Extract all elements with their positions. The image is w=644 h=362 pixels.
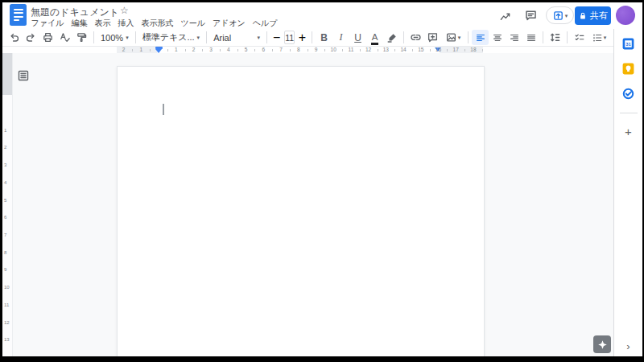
- ruler-number: 17: [453, 47, 459, 53]
- explore-button[interactable]: [593, 335, 611, 353]
- ruler-tick: [447, 49, 448, 51]
- ruler-number: 5: [245, 47, 248, 53]
- show-outline-button[interactable]: [16, 68, 31, 83]
- toolbar-divider: [312, 31, 312, 43]
- paragraph-style-select[interactable]: 標準テキス...▾: [139, 30, 203, 45]
- menu-item[interactable]: 表示形式: [138, 17, 176, 30]
- ruler-tick: [167, 49, 168, 51]
- add-comment-button[interactable]: [424, 30, 441, 45]
- ruler-number: 16: [436, 47, 441, 53]
- insert-link-button[interactable]: [407, 30, 424, 45]
- ruler-tick: [412, 49, 413, 51]
- ruler-number: 5: [4, 198, 6, 203]
- zoom-select[interactable]: 100%▾: [97, 30, 132, 45]
- vertical-ruler-margin: [2, 53, 12, 95]
- ruler-number: 13: [4, 337, 10, 342]
- line-spacing-button[interactable]: [547, 30, 564, 45]
- ruler-tick: [324, 49, 325, 51]
- bulleted-list-button[interactable]: ▾: [588, 30, 610, 45]
- menu-item[interactable]: ファイル: [28, 17, 67, 30]
- chevron-down-icon: ▾: [604, 35, 607, 40]
- text-cursor: [163, 104, 164, 115]
- ruler-tick: [360, 49, 361, 51]
- highlight-color-button[interactable]: [383, 30, 400, 45]
- present-caret-icon: ▾: [565, 13, 568, 19]
- side-panel: 31 + ›: [613, 29, 642, 356]
- ruler-number: 13: [383, 47, 389, 53]
- ruler-margin-zone: [440, 47, 483, 53]
- svg-text:31: 31: [625, 42, 631, 47]
- redo-button[interactable]: [23, 30, 39, 45]
- print-button[interactable]: [39, 30, 56, 45]
- ruler-number: 9: [4, 267, 6, 272]
- ruler-number: 1: [4, 128, 6, 133]
- menu-item[interactable]: 編集: [68, 17, 90, 30]
- ruler-number: 1: [175, 47, 178, 53]
- menu-item[interactable]: 挿入: [115, 17, 137, 30]
- get-addons-button[interactable]: +: [625, 125, 632, 138]
- paint-format-button[interactable]: [73, 30, 90, 45]
- underline-button[interactable]: U: [349, 30, 366, 45]
- ruler-number: 7: [4, 232, 6, 237]
- menu-item[interactable]: 表示: [92, 17, 114, 30]
- google-keep-icon[interactable]: [621, 61, 636, 76]
- font-size-field[interactable]: 11: [284, 31, 295, 44]
- ruler-tick: [150, 49, 151, 51]
- ruler-number: 10: [4, 285, 10, 290]
- bold-button[interactable]: B: [316, 30, 332, 45]
- present-icon: [552, 10, 564, 22]
- share-label: 共有: [590, 10, 608, 22]
- ruler-number: 18: [470, 47, 476, 53]
- align-right-button[interactable]: [506, 30, 522, 45]
- menu-item[interactable]: ヘルプ: [250, 17, 280, 30]
- toolbar-divider: [567, 31, 568, 43]
- google-calendar-icon[interactable]: 31: [621, 36, 636, 51]
- present-button[interactable]: ▾: [546, 6, 574, 24]
- hide-side-panel-button[interactable]: ›: [614, 340, 642, 352]
- chevron-down-icon: ▾: [458, 35, 461, 40]
- spellcheck-button[interactable]: [56, 30, 73, 45]
- decrease-font-size-button[interactable]: −: [270, 30, 283, 45]
- menu-item[interactable]: アドオン: [209, 17, 248, 30]
- toolbar-divider: [135, 31, 136, 43]
- text-color-button[interactable]: A: [366, 30, 383, 45]
- ruler-number: 7: [279, 47, 283, 53]
- toolbar-divider: [468, 31, 469, 43]
- toolbar-divider: [266, 31, 267, 43]
- align-left-button[interactable]: [472, 30, 489, 45]
- activity-history-icon[interactable]: [497, 10, 513, 23]
- ruler-number: 12: [365, 47, 371, 53]
- align-justify-button[interactable]: [522, 30, 539, 45]
- horizontal-ruler: 21123456789101112131415161718: [2, 47, 613, 53]
- ruler-tick: [237, 49, 238, 51]
- undo-button[interactable]: [6, 30, 23, 45]
- docs-logo-icon[interactable]: [10, 4, 27, 26]
- google-tasks-icon[interactable]: [621, 86, 636, 101]
- italic-button[interactable]: I: [332, 30, 349, 45]
- screenshot-frame: 無題のドキュメント ☆ ファイル編集表示挿入表示形式ツールアドオンヘルプ ▾ 共…: [0, 0, 644, 362]
- document-canvas: 12345678910111213: [2, 53, 613, 356]
- left-indent-marker[interactable]: [155, 49, 162, 53]
- checklist-button[interactable]: [571, 30, 588, 45]
- comments-icon[interactable]: [523, 8, 539, 23]
- ruler-number: 11: [4, 302, 9, 307]
- toolbar-divider: [206, 31, 207, 43]
- align-center-button[interactable]: [489, 30, 506, 45]
- menu-item[interactable]: ツール: [178, 17, 208, 30]
- increase-font-size-button[interactable]: +: [296, 30, 308, 45]
- explore-icon: [597, 339, 608, 350]
- document-page[interactable]: [117, 66, 485, 356]
- menu-bar: ファイル編集表示挿入表示形式ツールアドオンヘルプ: [27, 17, 281, 30]
- ruler-tick: [254, 49, 255, 51]
- ruler-tick: [482, 49, 483, 51]
- share-button[interactable]: 共有: [575, 6, 611, 25]
- ruler-tick: [464, 49, 465, 51]
- insert-image-button[interactable]: ▾: [441, 30, 464, 45]
- google-docs-window: 無題のドキュメント ☆ ファイル編集表示挿入表示形式ツールアドオンヘルプ ▾ 共…: [2, 2, 642, 356]
- ruler-tick: [394, 49, 395, 51]
- star-icon[interactable]: ☆: [120, 5, 129, 16]
- ruler-number: 4: [4, 180, 6, 185]
- account-avatar[interactable]: [616, 6, 635, 25]
- ruler-tick: [378, 49, 378, 51]
- font-select[interactable]: Arial▾: [210, 30, 263, 45]
